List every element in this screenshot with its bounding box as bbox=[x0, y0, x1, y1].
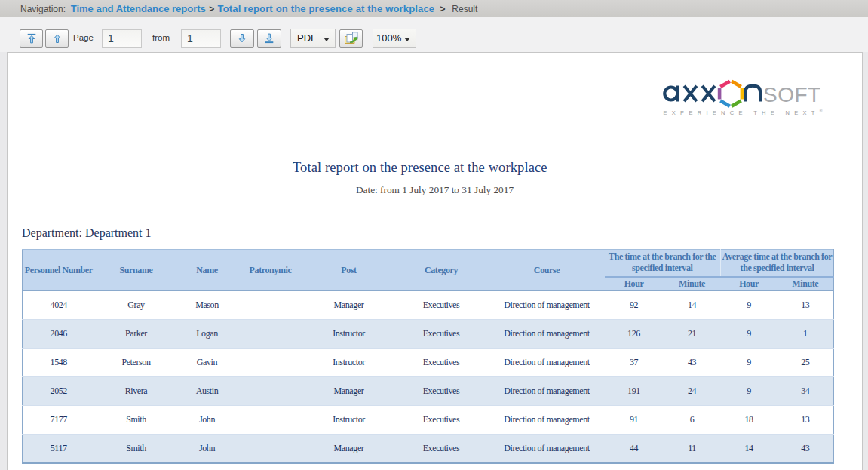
svg-text:SOFT: SOFT bbox=[763, 83, 821, 106]
svg-text:EXPERIENCE THE NEXT®: EXPERIENCE THE NEXT® bbox=[664, 109, 827, 116]
